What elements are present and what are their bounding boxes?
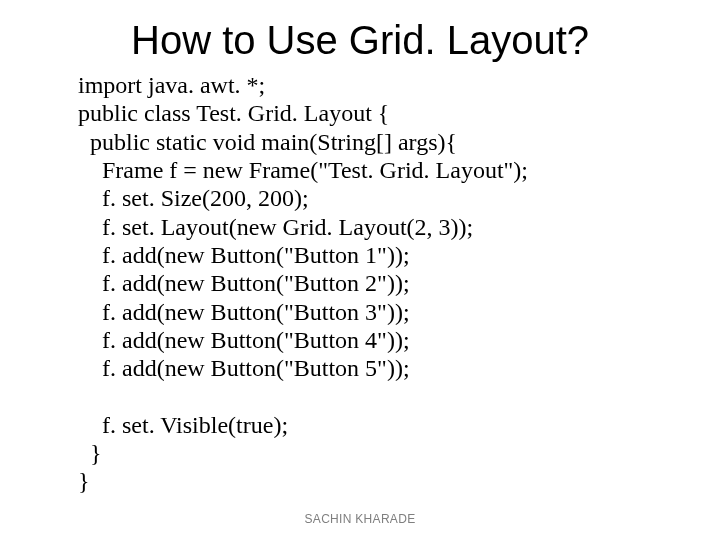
code-line: f. add(new Button("Button 3")); bbox=[78, 299, 410, 325]
code-line: f. add(new Button("Button 2")); bbox=[78, 270, 410, 296]
slide-title: How to Use Grid. Layout? bbox=[0, 0, 720, 71]
code-line: f. set. Size(200, 200); bbox=[78, 185, 309, 211]
code-line: f. set. Layout(new Grid. Layout(2, 3)); bbox=[78, 214, 473, 240]
code-line: f. add(new Button("Button 1")); bbox=[78, 242, 410, 268]
code-line: public class Test. Grid. Layout { bbox=[78, 100, 389, 126]
code-line: public static void main(String[] args){ bbox=[78, 129, 457, 155]
code-line: } bbox=[78, 440, 102, 466]
slide: How to Use Grid. Layout? import java. aw… bbox=[0, 0, 720, 540]
code-line: import java. awt. *; bbox=[78, 72, 265, 98]
code-line: f. add(new Button("Button 4")); bbox=[78, 327, 410, 353]
code-line: } bbox=[78, 468, 90, 494]
code-line: f. set. Visible(true); bbox=[78, 412, 288, 438]
code-line: f. add(new Button("Button 5")); bbox=[78, 355, 410, 381]
code-block: import java. awt. *; public class Test. … bbox=[78, 71, 680, 496]
code-line: Frame f = new Frame("Test. Grid. Layout"… bbox=[78, 157, 528, 183]
footer-author: SACHIN KHARADE bbox=[0, 512, 720, 526]
